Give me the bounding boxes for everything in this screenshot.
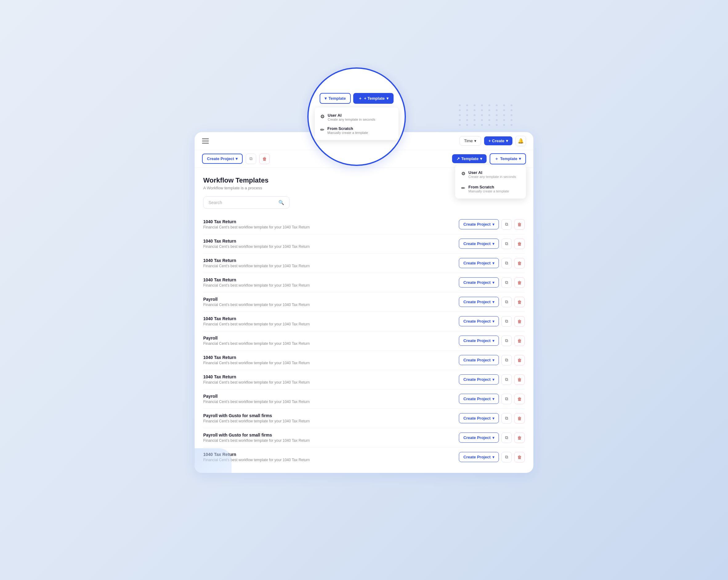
delete-button[interactable]: 🗑 [514,239,525,249]
template-info: Payroll Financial Cent's best workflow t… [203,336,310,346]
copy-button[interactable]: ⧉ [501,336,512,346]
create-project-button[interactable]: Create Project ▾ [459,413,499,423]
copy-button[interactable]: ⧉ [501,297,512,307]
create-project-button[interactable]: Create Project ▾ [459,219,499,229]
trash-icon: 🗑 [517,397,522,401]
trash-icon: 🗑 [517,261,522,266]
from-scratch-dropdown-item[interactable]: ✏ From Scratch Manually create a templat… [458,182,523,196]
template-row: 1040 Tax Return Financial Cent's best wo… [203,254,525,273]
circle-template-btn1[interactable]: ▾ Template [320,93,351,104]
row-actions: Create Project ▾ ⧉ 🗑 [459,394,525,404]
row-actions: Create Project ▾ ⧉ 🗑 [459,219,525,230]
search-box[interactable]: 🔍 [203,196,289,209]
template-row: 1040 Tax Return Financial Cent's best wo… [203,215,525,234]
delete-button[interactable]: 🗑 [514,432,525,443]
copy-button[interactable]: ⧉ [501,316,512,327]
main-card: Time ▾ + Create ▾ 🔔 Create Project ▾ ⧉ 🗑 [194,132,534,473]
delete-button[interactable]: 🗑 [514,355,525,365]
template-row: 1040 Tax Return Financial Cent's best wo… [203,273,525,292]
nav-right: Time ▾ + Create ▾ 🔔 [460,136,526,146]
template-blue-button[interactable]: ↗ Template ▾ [452,154,487,163]
chevron-down-icon: ▾ [474,138,476,143]
create-project-button[interactable]: Create Project ▾ [459,297,499,307]
create-project-label: Create Project [464,280,491,285]
chevron-down-icon2: ▾ [387,96,389,101]
search-input[interactable] [208,200,276,205]
copy-button[interactable]: ⧉ [501,258,512,268]
edit-dropdown-icon: ✏ [461,185,465,191]
template-name: Payroll with Gusto for small firms [203,413,310,418]
chevron-down-icon: ▾ [492,339,494,343]
copy-button[interactable]: ⧉ [501,355,512,365]
ai-icon: ⚙ [320,113,324,120]
template-desc: Financial Cent's best workflow template … [203,380,310,385]
circle-from-scratch-item[interactable]: ✏ From Scratch Manually create a templat… [318,124,395,137]
create-project-button[interactable]: Create Project ▾ [459,258,499,268]
chevron-down-icon: ▾ [492,358,494,362]
notification-bell-button[interactable]: 🔔 [516,136,526,146]
template-desc: Financial Cent's best workflow template … [203,361,310,365]
template-info: 1040 Tax Return Financial Cent's best wo… [203,355,310,365]
copy-button[interactable]: ⧉ [501,413,512,424]
ai-dropdown-icon: ⚙ [461,171,465,177]
create-project-label: Create Project [464,338,491,343]
delete-button[interactable]: 🗑 [514,413,525,424]
copy-button[interactable]: ⧉ [501,278,512,288]
create-project-button[interactable]: Create Project ▾ [459,336,499,346]
template-name: 1040 Tax Return [203,355,310,360]
template-row: 1040 Tax Return Financial Cent's best wo… [203,312,525,331]
create-project-button[interactable]: Create Project ▾ [459,452,499,462]
create-project-label: Create Project [464,222,491,227]
chevron-down-icon: ▾ [236,156,238,161]
delete-button[interactable]: 🗑 [514,219,525,230]
trash-icon: 🗑 [517,222,522,227]
create-project-button[interactable]: Create Project ▾ [459,374,499,385]
circle-user-ai-item[interactable]: ⚙ User AI Create any template in seconds [318,110,395,124]
dots-decoration [459,104,515,126]
template-row: 1040 Tax Return Financial Cent's best wo… [203,234,525,254]
chevron-down-icon: ▾ [480,156,482,161]
delete-button[interactable]: 🗑 [514,316,525,327]
template-outline-button[interactable]: ＋ Template ▾ [490,153,526,164]
delete-button[interactable]: 🗑 [514,258,525,268]
create-project-button[interactable]: Create Project ▾ [459,316,499,326]
delete-button[interactable]: 🗑 [514,452,525,463]
chevron-down-icon: ▾ [492,416,494,421]
template-info: Payroll with Gusto for small firms Finan… [203,413,310,423]
template-row: Payroll Financial Cent's best workflow t… [203,390,525,409]
delete-button[interactable]: 🗑 [514,374,525,385]
chevron-down-icon: ▾ [492,377,494,382]
chevron-down-icon: ▾ [492,261,494,265]
template-name: 1040 Tax Return [203,219,310,224]
copy-button[interactable]: ⧉ [501,239,512,249]
create-project-nav-button[interactable]: Create Project ▾ [202,154,243,164]
time-filter-button[interactable]: Time ▾ [460,136,481,146]
create-project-button[interactable]: Create Project ▾ [459,355,499,365]
copy-button[interactable]: ⧉ [501,432,512,443]
copy-button[interactable]: ⧉ [501,394,512,404]
trash-icon: 🗑 [517,299,522,305]
user-ai-dropdown-item[interactable]: ⚙ User AI Create any template in seconds [458,167,523,182]
create-project-button[interactable]: Create Project ▾ [459,432,499,443]
hamburger-menu[interactable] [202,138,209,143]
create-project-button[interactable]: Create Project ▾ [459,278,499,288]
create-project-label: Create Project [464,299,491,304]
create-project-button[interactable]: Create Project ▾ [459,239,499,249]
template-row: Payroll Financial Cent's best workflow t… [203,331,525,351]
template-info: 1040 Tax Return Financial Cent's best wo… [203,316,310,326]
delete-nav-icon-btn[interactable]: 🗑 [259,154,270,164]
create-nav-button[interactable]: + Create ▾ [484,136,513,145]
user-ai-info: User AI Create any template in seconds [468,170,516,179]
delete-button[interactable]: 🗑 [514,278,525,288]
hamburger-line3 [202,143,209,143]
delete-button[interactable]: 🗑 [514,394,525,404]
copy-button[interactable]: ⧉ [501,219,512,230]
copy-button[interactable]: ⧉ [501,452,512,463]
template-name: Payroll [203,336,310,341]
copy-nav-icon-btn[interactable]: ⧉ [246,154,256,164]
delete-button[interactable]: 🗑 [514,297,525,307]
delete-button[interactable]: 🗑 [514,336,525,346]
copy-button[interactable]: ⧉ [501,374,512,385]
create-project-button[interactable]: Create Project ▾ [459,394,499,404]
circle-template-btn2[interactable]: ＋ + Template ▾ [353,93,394,104]
